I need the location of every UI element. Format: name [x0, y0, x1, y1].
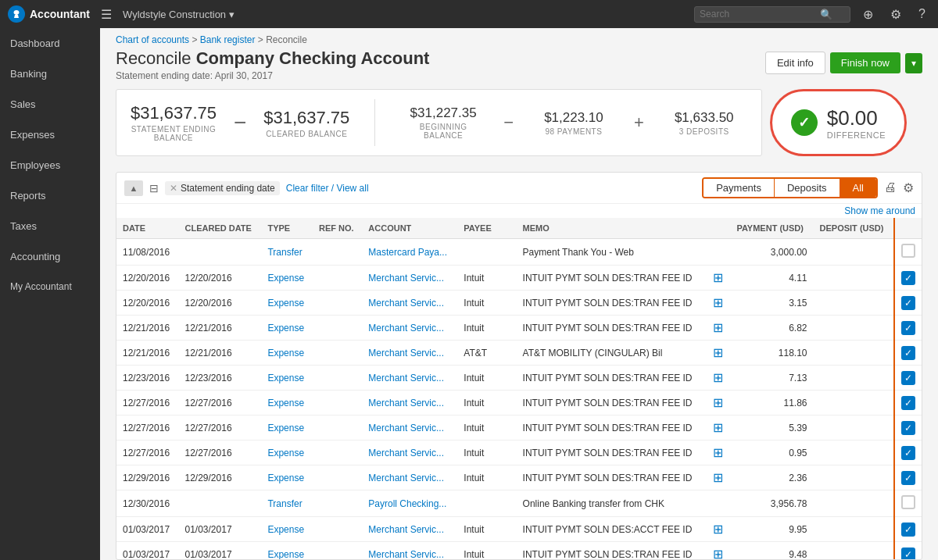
cleared-icon[interactable]: ⊞	[713, 421, 723, 434]
cell-ref	[313, 316, 362, 341]
table-scroll[interactable]: DATE CLEARED DATE TYPE REF NO. ACCOUNT P…	[116, 218, 922, 559]
cell-checkbox[interactable]	[894, 490, 922, 517]
cell-checkbox[interactable]: ✓	[894, 266, 922, 291]
sidebar-item-employees[interactable]: Employees	[0, 150, 100, 180]
tab-payments[interactable]: Payments	[704, 179, 775, 197]
col-account: ACCOUNT	[362, 218, 457, 239]
tab-all[interactable]: All	[840, 179, 876, 197]
row-checkbox[interactable]: ✓	[901, 271, 915, 285]
tab-deposits[interactable]: Deposits	[775, 179, 840, 197]
sidebar-item-accounting[interactable]: Accounting	[0, 241, 100, 272]
cell-date: 01/03/2017	[116, 517, 179, 542]
cleared-icon[interactable]: ⊞	[713, 371, 723, 384]
col-payment: PAYMENT (USD)	[730, 218, 813, 239]
cell-checkbox[interactable]: ✓	[894, 517, 922, 542]
cleared-balance: $31,637.75 CLEARED BALANCE	[262, 108, 351, 138]
sidebar-item-dashboard[interactable]: Dashboard	[0, 28, 100, 59]
finish-now-dropdown-button[interactable]: ▾	[905, 53, 922, 73]
cleared-icon[interactable]: ⊞	[713, 471, 723, 484]
cell-checkbox[interactable]: ✓	[894, 366, 922, 391]
cleared-icon[interactable]: ⊞	[713, 346, 723, 359]
company-selector[interactable]: Wyldstyle Construction ▾	[123, 9, 234, 20]
cell-date: 12/27/2016	[116, 416, 179, 441]
cell-checkbox[interactable]: ✓	[894, 416, 922, 441]
row-checkbox[interactable]: ✓	[901, 296, 915, 310]
filter-chip-close[interactable]: ✕	[170, 183, 177, 194]
cleared-icon[interactable]: ⊞	[713, 321, 723, 334]
cell-memo: INTUIT PYMT SOLN DES:TRAN FEE ID	[517, 316, 707, 341]
settings-icon[interactable]: ⚙	[903, 180, 914, 195]
cell-cleared-icon: ⊞	[707, 441, 730, 465]
col-memo: MEMO	[517, 218, 707, 239]
sidebar-item-banking[interactable]: Banking	[0, 59, 100, 89]
cell-checkbox[interactable]: ✓	[894, 465, 922, 490]
cell-deposit	[814, 542, 894, 560]
row-checkbox[interactable]	[901, 244, 915, 258]
cell-cleared-icon: ⊞	[707, 542, 730, 560]
beginning-balance: $31,227.35 BEGINNING BALANCE	[399, 105, 488, 140]
add-icon[interactable]: ⊕	[858, 5, 878, 23]
edit-info-button[interactable]: Edit info	[765, 52, 825, 74]
filter-icon[interactable]: ⊟	[149, 182, 159, 194]
cell-account: Merchant Servic...	[362, 366, 457, 391]
cell-checkbox[interactable]: ✓	[894, 441, 922, 465]
row-checkbox[interactable]: ✓	[901, 471, 915, 485]
app-logo[interactable]: Accountant	[8, 5, 90, 23]
cleared-icon[interactable]: ⊞	[713, 271, 723, 284]
sidebar-item-sales[interactable]: Sales	[0, 89, 100, 119]
balance-summary: $31,637.75 STATEMENT ENDING BALANCE − $3…	[116, 89, 762, 156]
help-icon[interactable]: ?	[914, 5, 930, 23]
cell-payment: 9.95	[730, 517, 813, 542]
sidebar-item-taxes[interactable]: Taxes	[0, 211, 100, 241]
clear-filter-button[interactable]: Clear filter / View all	[286, 183, 369, 194]
sidebar-item-my-accountant[interactable]: My Accountant	[0, 272, 100, 301]
search-box[interactable]: 🔍	[694, 6, 850, 23]
row-checkbox[interactable]: ✓	[901, 523, 915, 537]
cleared-icon[interactable]: ⊞	[713, 523, 723, 536]
breadcrumb-bank-register[interactable]: Bank register	[200, 34, 256, 45]
cell-ref	[313, 291, 362, 316]
gear-icon[interactable]: ⚙	[886, 5, 906, 23]
search-input[interactable]	[700, 9, 817, 20]
scroll-top-button[interactable]: ▲	[124, 180, 143, 196]
cell-checkbox[interactable]: ✓	[894, 542, 922, 560]
cell-deposit	[814, 239, 894, 266]
row-checkbox[interactable]: ✓	[901, 371, 915, 385]
cell-payee: Intuit	[457, 266, 516, 291]
cell-checkbox[interactable]: ✓	[894, 341, 922, 366]
cleared-icon[interactable]: ⊞	[713, 446, 723, 459]
row-checkbox[interactable]: ✓	[901, 396, 915, 410]
row-checkbox[interactable]: ✓	[901, 346, 915, 360]
cell-checkbox[interactable]	[894, 239, 922, 266]
cell-account: Merchant Servic...	[362, 416, 457, 441]
row-checkbox[interactable]: ✓	[901, 548, 915, 560]
cell-payee: Intuit	[457, 542, 516, 560]
cleared-icon[interactable]: ⊞	[713, 396, 723, 409]
cell-cleared-icon	[707, 239, 730, 266]
cell-checkbox[interactable]: ✓	[894, 291, 922, 316]
col-type: TYPE	[261, 218, 313, 239]
cell-date: 11/08/2016	[116, 239, 179, 266]
cell-checkbox[interactable]: ✓	[894, 391, 922, 416]
row-checkbox[interactable]	[901, 495, 915, 509]
cell-memo: INTUIT PYMT SOLN DES:TRAN FEE ID	[517, 416, 707, 441]
cell-payment: 3.15	[730, 291, 813, 316]
cleared-icon[interactable]: ⊞	[713, 548, 723, 559]
row-checkbox[interactable]: ✓	[901, 446, 915, 460]
sidebar-item-reports[interactable]: Reports	[0, 180, 100, 211]
sidebar-item-expenses[interactable]: Expenses	[0, 119, 100, 150]
cell-checkbox[interactable]: ✓	[894, 316, 922, 341]
page-title-area: Reconcile Company Checking Account State…	[116, 48, 429, 81]
transactions-table: DATE CLEARED DATE TYPE REF NO. ACCOUNT P…	[116, 218, 922, 559]
cleared-icon[interactable]: ⊞	[713, 296, 723, 309]
show-me-around-button[interactable]: Show me around	[844, 205, 915, 216]
table-row: 12/27/2016 12/27/2016 Expense Merchant S…	[116, 441, 922, 465]
cell-cleared-icon: ⊞	[707, 416, 730, 441]
row-checkbox[interactable]: ✓	[901, 321, 915, 335]
print-icon[interactable]: 🖨	[884, 180, 897, 195]
hamburger-icon[interactable]: ☰	[101, 7, 112, 22]
row-checkbox[interactable]: ✓	[901, 421, 915, 435]
finish-now-button[interactable]: Finish now	[830, 52, 900, 73]
cell-memo: Online Banking transfer from CHK	[517, 490, 707, 517]
breadcrumb-chart-of-accounts[interactable]: Chart of accounts	[116, 34, 189, 45]
